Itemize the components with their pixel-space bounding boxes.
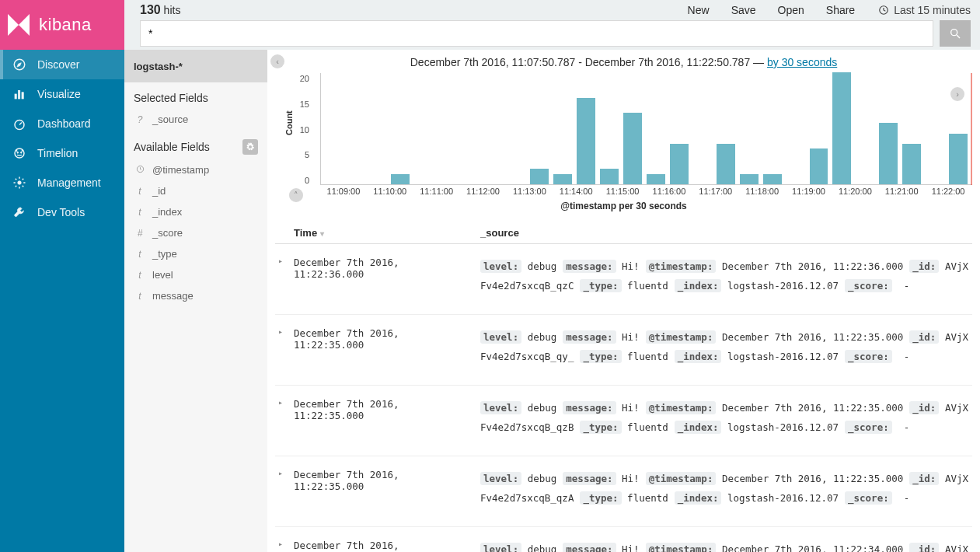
gear-icon	[246, 142, 255, 152]
tag-type: _type:	[580, 279, 621, 292]
field-_id[interactable]: t_id	[124, 180, 267, 201]
expand-row-button[interactable]: ▸	[275, 315, 291, 386]
nav-item-label: Timelion	[37, 147, 78, 159]
tag-id: _id:	[909, 260, 939, 273]
kibana-logo-icon	[8, 14, 30, 36]
field-level[interactable]: tlevel	[124, 264, 267, 285]
tag-level: level:	[480, 260, 521, 273]
open-button[interactable]: Open	[778, 4, 804, 16]
field-name: message	[152, 290, 194, 302]
x-axis-label: @timestamp per 30 seconds	[275, 201, 972, 211]
field-name: _type	[152, 248, 177, 260]
search-input[interactable]	[140, 20, 933, 47]
search-button[interactable]	[940, 20, 971, 47]
share-button[interactable]: Share	[826, 4, 855, 16]
nav-item-management[interactable]: Management	[0, 168, 124, 197]
nav-item-visualize[interactable]: Visualize	[0, 79, 124, 109]
nav-item-label: Management	[37, 176, 101, 189]
collapse-chart-button[interactable]: ˄	[289, 188, 303, 202]
scroll-left-button[interactable]: ‹	[270, 54, 284, 68]
brand[interactable]: kibana	[0, 0, 124, 50]
x-tick: 11:17:00	[699, 187, 732, 196]
tag-score: _score:	[845, 421, 892, 434]
histogram-bar[interactable]	[553, 174, 572, 184]
field-_type[interactable]: t_type	[124, 243, 267, 264]
tag-level: level:	[480, 472, 521, 485]
histogram-bar[interactable]	[391, 174, 410, 184]
histogram-bar[interactable]	[530, 169, 549, 184]
tag-type: _type:	[580, 491, 621, 505]
field-@timestamp[interactable]: @timestamp	[124, 159, 267, 180]
table-row: ▸December 7th 2016, 11:22:35.000level: d…	[275, 315, 972, 386]
field-type-icon: t	[134, 207, 146, 218]
save-button[interactable]: Save	[731, 4, 756, 16]
histogram-bar[interactable]	[832, 72, 851, 184]
time-range-text: December 7th 2016, 11:07:50.787 - Decemb…	[410, 56, 750, 68]
nav-item-discover[interactable]: Discover	[0, 50, 124, 79]
histogram-bar[interactable]	[763, 174, 782, 184]
x-tick: 11:19:00	[792, 187, 825, 196]
new-button[interactable]: New	[688, 4, 710, 16]
field-_score[interactable]: #_score	[124, 222, 267, 243]
histogram-bar[interactable]	[717, 144, 735, 184]
x-tick: 11:20:00	[839, 187, 872, 196]
table-row: ▸December 7th 2016, 11:22:35.000level: d…	[275, 456, 972, 527]
cell-source: level: debugmessage: Hi!@timestamp: Dece…	[477, 527, 972, 553]
nav-item-devtools[interactable]: Dev Tools	[0, 197, 124, 227]
nav-item-dashboard[interactable]: Dashboard	[0, 109, 124, 138]
tag-score: _score:	[845, 491, 892, 505]
histogram-bar[interactable]	[577, 98, 595, 184]
col-time[interactable]: Time ▾	[291, 222, 477, 244]
histogram-bar[interactable]	[740, 174, 759, 184]
histogram-bar[interactable]	[623, 113, 642, 184]
x-tick: 11:11:00	[420, 187, 453, 196]
tag-level: level:	[480, 401, 521, 414]
svg-rect-3	[22, 93, 23, 99]
field-type-icon: t	[134, 270, 146, 281]
nav-item-timelion[interactable]: Timelion	[0, 138, 124, 168]
cell-source: level: debugmessage: Hi!@timestamp: Dece…	[477, 456, 972, 527]
y-tick: 10	[300, 125, 309, 135]
field-message[interactable]: tmessage	[124, 285, 267, 306]
management-icon	[12, 176, 26, 190]
expand-row-button[interactable]: ▸	[275, 527, 291, 553]
histogram-bar[interactable]	[949, 134, 968, 184]
field-_index[interactable]: t_index	[124, 201, 267, 222]
histogram-bar[interactable]	[647, 174, 665, 184]
histogram-bar[interactable]	[670, 144, 689, 184]
tag-timestamp: @timestamp:	[646, 472, 717, 485]
interval-link[interactable]: by 30 seconds	[767, 56, 837, 68]
expand-row-button[interactable]: ▸	[275, 244, 291, 315]
table-row: ▸December 7th 2016, 11:22:34.000level: d…	[275, 527, 972, 553]
x-tick: 11:14:00	[560, 187, 593, 196]
y-tick: 0	[305, 176, 309, 185]
hit-count-label: hits	[164, 4, 181, 16]
x-tick: 11:21:00	[885, 187, 919, 196]
expand-row-button[interactable]: ▸	[275, 456, 291, 527]
field-name: level	[152, 269, 173, 281]
hit-count-number: 130	[140, 3, 161, 16]
cell-time: December 7th 2016, 11:22:35.000	[291, 456, 477, 527]
field-name: _score	[152, 227, 183, 239]
scroll-right-button[interactable]: ›	[950, 87, 964, 101]
histogram-bar[interactable]	[600, 169, 619, 184]
histogram-bar[interactable]	[879, 123, 898, 184]
col-source[interactable]: _source	[477, 222, 972, 244]
x-tick: 11:22:00	[932, 187, 965, 196]
x-tick: 11:12:00	[466, 187, 500, 196]
histogram-bar[interactable]	[902, 144, 921, 184]
field-_source[interactable]: ?_source	[124, 109, 267, 130]
field-filter-button[interactable]	[242, 139, 258, 155]
index-pattern-select[interactable]: logstash-*	[124, 50, 267, 82]
histogram-bar[interactable]	[810, 148, 828, 184]
time-picker[interactable]: Last 15 minutes	[878, 4, 971, 16]
tag-timestamp: @timestamp:	[646, 543, 717, 552]
tag-level: level:	[480, 330, 521, 344]
cell-time: December 7th 2016, 11:22:36.000	[291, 244, 477, 315]
svg-point-10	[951, 30, 957, 36]
x-tick: 11:16:00	[653, 187, 686, 196]
tag-message: message:	[563, 543, 616, 552]
y-tick: 5	[305, 150, 309, 159]
expand-row-button[interactable]: ▸	[275, 386, 291, 456]
cell-time: December 7th 2016, 11:22:35.000	[291, 386, 477, 456]
